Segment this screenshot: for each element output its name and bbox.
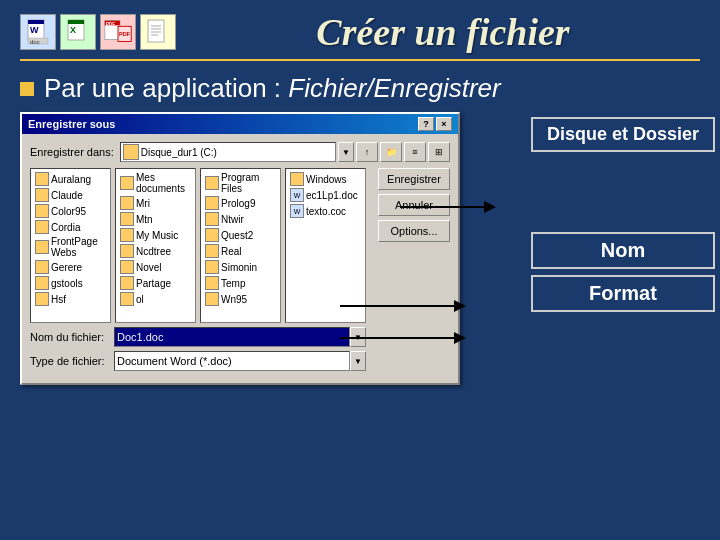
- toolbar-new-folder-button[interactable]: 📁: [380, 142, 402, 162]
- list-item[interactable]: ol: [118, 291, 193, 307]
- toolbar-up-button[interactable]: ↑: [356, 142, 378, 162]
- list-item[interactable]: Auralang: [33, 171, 108, 187]
- list-item[interactable]: Color95: [33, 203, 108, 219]
- notepad-app-icon[interactable]: [140, 14, 176, 50]
- svg-rect-22: [125, 150, 137, 157]
- bullet-icon: [20, 82, 34, 96]
- list-item[interactable]: Partage: [118, 275, 193, 291]
- list-item[interactable]: gstools: [33, 275, 108, 291]
- doc-icon: W: [290, 188, 304, 202]
- list-item[interactable]: Real: [203, 243, 278, 259]
- filename-dropdown-button[interactable]: ▼: [350, 327, 366, 347]
- list-item[interactable]: Program Files: [203, 171, 278, 195]
- dialog-body: Enregistrer dans: Disque_dur1 (C:) ▼ ↑ 📁…: [22, 134, 458, 383]
- dialog-content-row: Auralang Claude Color95 Cordia FrontPage…: [30, 168, 450, 375]
- header-divider: [20, 59, 700, 61]
- folder-icon: [35, 292, 49, 306]
- save-in-value: Disque_dur1 (C:): [141, 147, 217, 158]
- dialog-close-button[interactable]: ×: [436, 117, 452, 131]
- folder-icon: [123, 144, 139, 160]
- svg-text:W: W: [30, 25, 39, 35]
- save-in-dropdown-button[interactable]: ▼: [338, 142, 354, 162]
- folder-icon: [35, 240, 49, 254]
- list-item[interactable]: Claude: [33, 187, 108, 203]
- cancel-button[interactable]: Annuler: [378, 194, 450, 216]
- list-item[interactable]: Simonin: [203, 259, 278, 275]
- filename-label: Nom du fichier:: [30, 331, 110, 343]
- list-item[interactable]: Ncdtree: [118, 243, 193, 259]
- list-item[interactable]: Quest2: [203, 227, 278, 243]
- dialog-help-button[interactable]: ?: [418, 117, 434, 131]
- save-button[interactable]: Enregistrer: [378, 168, 450, 190]
- bullet-text: Par une application : Fichier/Enregistre…: [44, 73, 501, 104]
- list-item[interactable]: FrontPage Webs: [33, 235, 108, 259]
- file-pane-2: Mes documents Mri Mtn My Music Ncdtree N…: [115, 168, 196, 323]
- folder-icon: [35, 188, 49, 202]
- folder-icon: [205, 260, 219, 274]
- list-item[interactable]: Gerere: [33, 259, 108, 275]
- list-item[interactable]: Windows: [288, 171, 363, 187]
- format-annotation: Format: [531, 275, 715, 312]
- folder-icon: [205, 244, 219, 258]
- disque-dossier-annotation: Disque et Dossier: [531, 117, 715, 152]
- folder-icon: [120, 260, 134, 274]
- filename-row: Nom du fichier: Doc1.doc ▼: [30, 327, 366, 347]
- header: W doc X PDF PDF: [0, 0, 720, 59]
- folder-icon: [35, 260, 49, 274]
- list-item[interactable]: My Music: [118, 227, 193, 243]
- bullet-row: Par une application : Fichier/Enregistre…: [0, 69, 720, 112]
- list-item[interactable]: Hsf: [33, 291, 108, 307]
- list-item[interactable]: Novel: [118, 259, 193, 275]
- folder-icon: [120, 212, 134, 226]
- bullet-plain-text: Par une application :: [44, 73, 288, 103]
- svg-text:X: X: [70, 25, 76, 35]
- svg-text:PDF: PDF: [119, 31, 131, 37]
- options-button[interactable]: Options...: [378, 220, 450, 242]
- svg-rect-2: [28, 20, 44, 24]
- folder-icon: [120, 292, 134, 306]
- folder-icon: [205, 228, 219, 242]
- file-pane-1: Auralang Claude Color95 Cordia FrontPage…: [30, 168, 111, 323]
- save-in-label: Enregistrer dans:: [30, 146, 114, 158]
- filetype-value: Document Word (*.doc): [117, 355, 232, 367]
- folder-icon: [35, 276, 49, 290]
- filetype-dropdown-button[interactable]: ▼: [350, 351, 366, 371]
- toolbar-list-button[interactable]: ≡: [404, 142, 426, 162]
- list-item[interactable]: Temp: [203, 275, 278, 291]
- pdf-app-icon[interactable]: PDF PDF: [100, 14, 136, 50]
- list-item[interactable]: Wtexto.coc: [288, 203, 363, 219]
- folder-icon: [205, 292, 219, 306]
- bullet-italic-text: Fichier/Enregistrer: [288, 73, 500, 103]
- folder-icon: [120, 196, 134, 210]
- nom-annotation: Nom: [531, 232, 715, 269]
- toolbar-details-button[interactable]: ⊞: [428, 142, 450, 162]
- filetype-row: Type de fichier: Document Word (*.doc) ▼: [30, 351, 366, 371]
- svg-rect-23: [125, 149, 131, 151]
- folder-icon: [205, 276, 219, 290]
- save-in-toolbar: Disque_dur1 (C:) ▼ ↑ 📁 ≡ ⊞: [120, 142, 450, 162]
- list-item[interactable]: Mes documents: [118, 171, 193, 195]
- list-item[interactable]: Ntwir: [203, 211, 278, 227]
- folder-icon: [35, 172, 49, 186]
- folder-icon: [290, 172, 304, 186]
- word-app-icon[interactable]: W doc: [20, 14, 56, 50]
- excel-app-icon[interactable]: X: [60, 14, 96, 50]
- list-item[interactable]: Cordia: [33, 219, 108, 235]
- save-dialog: Enregistrer sous ? × Enregistrer dans: D…: [20, 112, 460, 385]
- filename-input[interactable]: Doc1.doc: [114, 327, 350, 347]
- svg-text:PDF: PDF: [106, 22, 116, 27]
- dialog-buttons: Enregistrer Annuler Options...: [378, 168, 450, 375]
- save-in-row: Enregistrer dans: Disque_dur1 (C:) ▼ ↑ 📁…: [30, 142, 450, 162]
- filetype-select[interactable]: Document Word (*.doc): [114, 351, 350, 371]
- file-pane-4: Windows Wec1Lp1.doc Wtexto.coc: [285, 168, 366, 323]
- list-item[interactable]: Wec1Lp1.doc: [288, 187, 363, 203]
- folder-icon: [205, 176, 219, 190]
- folder-icon: [35, 220, 49, 234]
- dialog-titlebar: Enregistrer sous ? ×: [22, 114, 458, 134]
- list-item[interactable]: Mtn: [118, 211, 193, 227]
- file-pane-3: Program Files Prolog9 Ntwir Quest2 Real …: [200, 168, 281, 323]
- list-item[interactable]: Prolog9: [203, 195, 278, 211]
- list-item[interactable]: Mri: [118, 195, 193, 211]
- folder-icon: [205, 196, 219, 210]
- list-item[interactable]: Wn95: [203, 291, 278, 307]
